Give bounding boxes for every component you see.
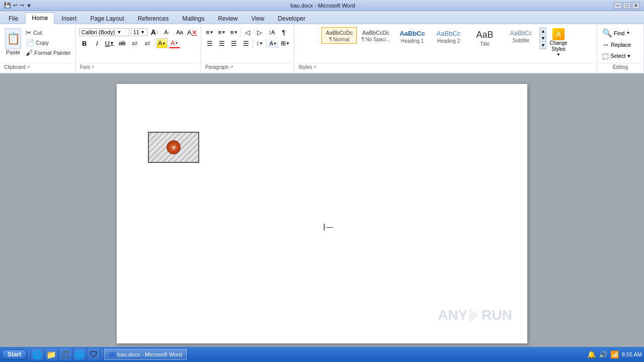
taskbar-word-app[interactable]: W bau.docx - Microsoft Word xyxy=(104,349,186,360)
underline-button[interactable]: U▼ xyxy=(104,38,115,48)
tab-home[interactable]: Home xyxy=(25,13,54,24)
redo-icon[interactable]: ↪ xyxy=(20,2,24,9)
font-expand-icon[interactable]: ↗ xyxy=(91,65,95,69)
tab-mailings[interactable]: Mailings xyxy=(176,13,211,24)
style-no-spacing[interactable]: AaBbCcDc ¶ No Spaci... xyxy=(358,27,393,44)
font-size-selector[interactable]: 11 ▼ xyxy=(131,28,147,36)
clipboard-group-label[interactable]: Clipboard ↗ xyxy=(2,63,73,71)
tab-file[interactable]: File xyxy=(2,13,25,24)
minimize-button[interactable]: ─ xyxy=(614,2,622,9)
format-painter-label: Format Painter xyxy=(34,50,71,56)
tab-developer[interactable]: Developer xyxy=(271,13,312,24)
align-left-button[interactable]: ☰ xyxy=(204,38,215,48)
tray-icon3[interactable]: 📶 xyxy=(610,350,619,358)
strikethrough-button[interactable]: ab xyxy=(117,38,128,48)
styles-scroll[interactable]: ▲ ▼ ▼ xyxy=(539,27,546,49)
shrink-font-button[interactable]: A↓ xyxy=(162,27,173,37)
tab-view[interactable]: View xyxy=(245,13,271,24)
tray-icon1[interactable]: 🔔 xyxy=(587,350,596,358)
line-spacing-button[interactable]: ↕▼ xyxy=(254,38,265,48)
style-heading2-label: Heading 2 xyxy=(437,38,460,44)
shading-button[interactable]: A▼ xyxy=(268,38,279,48)
tab-page-layout[interactable]: Page Layout xyxy=(84,13,130,24)
tray-icon2[interactable]: 🔊 xyxy=(599,350,607,358)
decrease-indent-button[interactable]: ◁ xyxy=(242,27,253,37)
justify-button[interactable]: ☰ xyxy=(240,38,252,48)
tab-review[interactable]: Review xyxy=(211,13,244,24)
replace-label: Replace xyxy=(611,42,631,48)
font-size-dropdown-icon: ▼ xyxy=(140,30,145,35)
text-highlight-button[interactable]: A▼ xyxy=(156,38,168,48)
ole-icon: ☣ xyxy=(167,140,181,154)
ole-object[interactable]: ☣ xyxy=(148,132,199,163)
clear-formatting-button[interactable]: A✕ xyxy=(187,27,198,37)
style-no-spacing-preview: AaBbCcDc xyxy=(362,29,389,37)
numbered-list-button[interactable]: ≡▼ xyxy=(216,27,227,37)
maximize-button[interactable]: □ xyxy=(623,2,631,9)
paste-button[interactable]: 📋 Paste xyxy=(3,27,23,56)
style-normal-preview: AaBbCcDc xyxy=(326,29,353,37)
style-subtitle-label: Subtitle xyxy=(513,38,529,43)
border-button[interactable]: ⊞▼ xyxy=(280,38,291,48)
taskbar-explorer-icon[interactable]: 📁 xyxy=(45,348,57,360)
cut-label: Cut xyxy=(33,30,42,36)
align-right-button[interactable]: ☰ xyxy=(228,38,239,48)
find-button[interactable]: 🔍 Find ▼ xyxy=(600,27,640,39)
style-heading1-label: Heading 1 xyxy=(401,38,424,44)
watermark: ANY RUN xyxy=(438,307,512,323)
font-group-label[interactable]: Font ↗ xyxy=(78,63,199,71)
tab-references[interactable]: References xyxy=(131,13,175,24)
bold-button[interactable]: B xyxy=(79,38,90,48)
styles-expand-icon[interactable]: ↗ xyxy=(313,65,316,69)
font-name-dropdown-icon: ▼ xyxy=(117,30,121,35)
bullet-list-button[interactable]: ≡▼ xyxy=(204,27,215,37)
style-heading1[interactable]: AaBbCc Heading 1 xyxy=(394,27,430,45)
change-case-button[interactable]: Aa xyxy=(174,27,185,37)
start-button[interactable]: Start xyxy=(2,349,27,359)
quick-access-toolbar[interactable]: 💾 ↩ ↪ ▼ xyxy=(4,2,32,9)
align-center-button[interactable]: ☰ xyxy=(216,38,227,48)
italic-button[interactable]: I xyxy=(92,38,103,48)
format-painter-button[interactable]: 🖌 Format Painter xyxy=(24,48,72,57)
tab-insert[interactable]: Insert xyxy=(55,13,83,24)
clipboard-group: 📋 Paste ✂ Cut 📄 Copy 🖌 Format Painter xyxy=(0,25,76,72)
save-icon[interactable]: 💾 xyxy=(4,2,11,9)
close-button[interactable]: ✕ xyxy=(632,2,640,9)
taskbar-media-icon[interactable]: 🎵 xyxy=(59,348,71,360)
multilevel-list-button[interactable]: ≡▼ xyxy=(228,27,239,37)
show-formatting-button[interactable]: ¶ xyxy=(278,27,289,37)
undo-icon[interactable]: ↩ xyxy=(13,2,18,9)
taskbar-security-icon[interactable]: 🛡 xyxy=(88,348,100,360)
styles-group-label[interactable]: Styles ↗ xyxy=(296,63,595,71)
styles-scroll-down[interactable]: ▼ xyxy=(540,35,546,42)
style-title[interactable]: AaB Title xyxy=(467,27,502,48)
styles-scroll-up[interactable]: ▲ xyxy=(540,28,546,35)
taskbar-ie-icon[interactable]: 🌐 xyxy=(31,348,43,360)
paragraph-group-label[interactable]: Paragraph ↗ xyxy=(203,63,292,71)
subscript-button[interactable]: x2 xyxy=(129,38,140,48)
style-normal[interactable]: AaBbCcDc ¶ Normal xyxy=(321,27,357,44)
increase-indent-button[interactable]: ▷ xyxy=(254,27,265,37)
replace-button[interactable]: ↔ Replace xyxy=(600,40,640,50)
document-area[interactable]: ☣ I ANY RUN xyxy=(0,74,644,353)
document-page[interactable]: ☣ I ANY RUN xyxy=(117,84,527,343)
style-subtitle[interactable]: AaBbCc Subtitle xyxy=(503,27,538,45)
clipboard-expand-icon[interactable]: ↗ xyxy=(27,65,30,69)
change-styles-button[interactable]: A ChangeStyles ▼ xyxy=(547,27,569,58)
style-no-spacing-label: ¶ No Spaci... xyxy=(361,37,390,42)
sort-button[interactable]: ↕A xyxy=(266,27,277,37)
cut-button[interactable]: ✂ Cut xyxy=(24,28,72,37)
replace-icon: ↔ xyxy=(602,41,609,49)
taskbar-browser2-icon[interactable]: 🌐 xyxy=(73,348,86,360)
font-color-button[interactable]: A▼ xyxy=(169,38,180,48)
font-name-selector[interactable]: Calibri (Body) ▼ xyxy=(79,28,129,36)
grow-font-button[interactable]: A↑ xyxy=(149,27,160,37)
superscript-button[interactable]: x2 xyxy=(142,38,153,48)
styles-more[interactable]: ▼ xyxy=(540,42,546,49)
select-button[interactable]: ⬚ Select ▾ xyxy=(600,51,640,61)
quick-access-dropdown[interactable]: ▼ xyxy=(26,3,32,9)
style-heading2[interactable]: AaBbCc Heading 2 xyxy=(431,27,466,45)
paragraph-expand-icon[interactable]: ↗ xyxy=(230,65,233,69)
window-controls[interactable]: ─ □ ✕ xyxy=(614,2,640,9)
copy-button[interactable]: 📄 Copy xyxy=(24,38,72,47)
